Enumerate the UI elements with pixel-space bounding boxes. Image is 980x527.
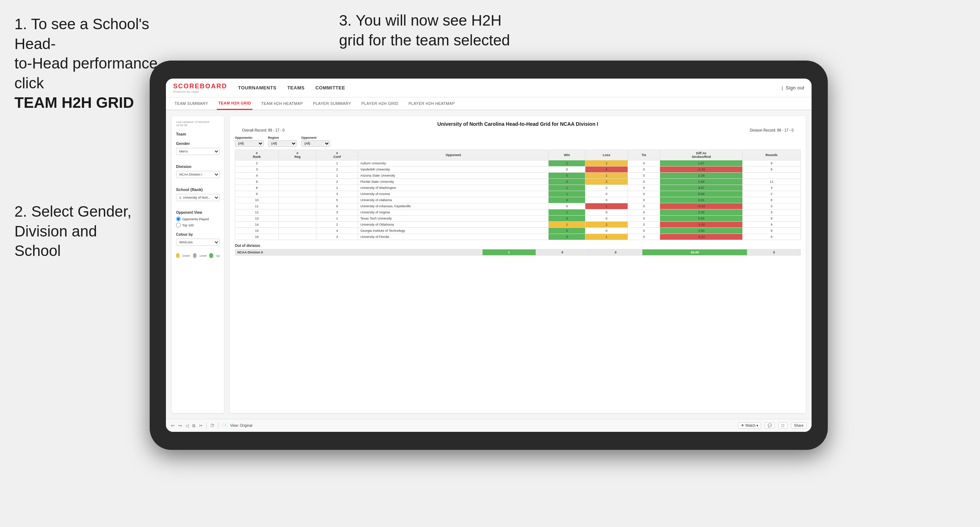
division-label: Division	[176, 164, 220, 169]
cell-win: 3	[549, 179, 585, 185]
colour-dot-down	[176, 253, 180, 258]
watch-btn[interactable]: 👁 Watch ▾	[738, 422, 761, 429]
cell-rounds: 9	[742, 222, 800, 228]
cell-rank: 11	[235, 203, 279, 210]
cell-loss: 1	[585, 203, 628, 210]
cell-rank: 9	[235, 191, 279, 197]
toolbar-sep-2	[218, 422, 219, 429]
cell-loss: 0	[585, 210, 628, 216]
cell-win: 5	[549, 173, 585, 179]
tablet-screen: SCOREBOARD Powered by clippi TOURNAMENTS…	[166, 79, 811, 432]
subnav-player-h2h-grid[interactable]: PLAYER H2H GRID	[360, 97, 400, 110]
nav-signout[interactable]: Sign out	[786, 83, 804, 92]
cell-rounds: 9	[742, 228, 800, 234]
annotation-2-line1: 2. Select Gender,	[14, 203, 132, 220]
filter-row: Opponents: (All) Region (All) Opponent	[235, 136, 801, 147]
cell-conf: 1	[316, 160, 358, 167]
opponent-select[interactable]: (All)	[301, 140, 330, 147]
cell-win: 1	[549, 185, 585, 191]
cell-rank: 6	[235, 179, 279, 185]
back-icon[interactable]: ◁	[185, 423, 189, 428]
cell-diff: 2.61	[660, 197, 743, 203]
cell-opponent: Arizona State University	[358, 173, 549, 179]
cell-opponent: University of Washington	[358, 185, 549, 191]
nav-committee[interactable]: COMMITTEE	[315, 83, 345, 92]
cell-reg	[279, 234, 316, 240]
col-loss: Loss	[585, 150, 628, 160]
cell-rounds: 9	[742, 216, 800, 222]
cell-win: 0	[549, 167, 585, 173]
table-row: 10 5 University of Alabama 3 0 0 2.61 8	[235, 197, 801, 203]
cell-conf: 2	[316, 222, 358, 228]
subnav-team-h2h-heatmap[interactable]: TEAM H2H HEATMAP	[260, 97, 304, 110]
comment-btn[interactable]: 💬	[765, 422, 775, 429]
undo-icon[interactable]: ↩	[171, 423, 175, 428]
col-rank: #Rank	[235, 150, 279, 160]
cell-opponent: University of Florida	[358, 234, 549, 240]
cell-win: 1	[549, 191, 585, 197]
cell-loss: 0	[585, 216, 628, 222]
cell-rank: 12	[235, 210, 279, 216]
cell-opponent: Auburn University	[358, 160, 549, 167]
cell-rounds: 9	[742, 160, 800, 167]
view-original[interactable]: View: Original	[230, 424, 253, 427]
gender-select[interactable]: Men's Women's	[176, 148, 220, 155]
opponent-label: Opponent	[301, 136, 330, 140]
cell-rounds: 3	[742, 185, 800, 191]
colour-select[interactable]: Win/Loss	[176, 239, 220, 246]
subnav-team-summary[interactable]: TEAM SUMMARY	[173, 97, 210, 110]
cell-rounds	[742, 173, 800, 179]
subnav-player-h2h-heatmap[interactable]: PLAYER H2H HEATMAP	[407, 97, 456, 110]
school-select[interactable]: 1. University of Nort...	[176, 194, 220, 201]
col-reg: #Reg	[279, 150, 316, 160]
cell-win: 3	[549, 197, 585, 203]
table-row: 14 2 University of Oklahoma 1 2 0 -1.00 …	[235, 222, 801, 228]
col-win: Win	[549, 150, 585, 160]
cell-conf: 1	[316, 173, 358, 179]
cut-icon[interactable]: ✂	[199, 423, 203, 428]
cell-tie: 0	[628, 173, 660, 179]
cell-loss: 2	[585, 222, 628, 228]
table-row: 3 2 Vanderbilt University 0 4 0 -2.29 8	[235, 167, 801, 173]
cell-opponent: Vanderbilt University	[358, 167, 549, 173]
annotation-3-line2: grid for the team selected	[339, 32, 510, 49]
radio-opponents-played-input[interactable]	[176, 217, 181, 221]
cell-loss: 0	[585, 191, 628, 197]
cell-conf: 3	[316, 234, 358, 240]
cell-loss: 1	[585, 234, 628, 240]
copy-icon[interactable]: ⧉	[192, 423, 196, 428]
nav-teams[interactable]: TEAMS	[287, 83, 304, 92]
overall-record: Overall Record: 89 - 17 - 0	[242, 128, 285, 132]
region-label: Region	[268, 136, 297, 140]
redo-icon[interactable]: ↪	[178, 423, 182, 428]
cell-opponent: University of Arkansas, Fayetteville	[358, 203, 549, 210]
out-div-win: 1	[483, 249, 536, 256]
cell-reg	[279, 191, 316, 197]
division-select[interactable]: NCAA Division I NCAA Division II	[176, 171, 220, 178]
clock-icon[interactable]: ⏱	[210, 423, 215, 428]
eye-icon: 👁	[741, 424, 745, 427]
subnav-player-summary[interactable]: PLAYER SUMMARY	[312, 97, 353, 110]
cell-loss: 0	[585, 197, 628, 203]
nav-signout-separator: |	[782, 86, 783, 90]
out-div-label: NCAA Division II	[235, 249, 483, 256]
cell-reg	[279, 179, 316, 185]
cell-loss: 2	[585, 179, 628, 185]
share-icon[interactable]: ⬡	[778, 422, 788, 429]
colour-section: Colour by Win/Loss Down Level Up	[176, 232, 220, 258]
gender-label: Gender	[176, 141, 220, 146]
out-div-diff: 26.00	[643, 249, 747, 256]
grid-records: Overall Record: 89 - 17 - 0 Division Rec…	[235, 128, 801, 132]
cell-tie: 0	[628, 222, 660, 228]
share-btn[interactable]: Share	[791, 422, 807, 429]
radio-top100-input[interactable]	[176, 223, 181, 227]
subnav-team-h2h-grid[interactable]: TEAM H2H GRID	[217, 97, 253, 110]
cell-rounds: 9	[742, 234, 800, 240]
opponents-select[interactable]: (All)	[235, 140, 264, 147]
colour-dot-level	[193, 253, 197, 258]
cell-conf: 6	[316, 203, 358, 210]
nav-tournaments[interactable]: TOURNAMENTS	[238, 83, 276, 92]
cell-conf: 2	[316, 185, 358, 191]
cell-win: 1	[549, 210, 585, 216]
region-select[interactable]: (All)	[268, 140, 297, 147]
